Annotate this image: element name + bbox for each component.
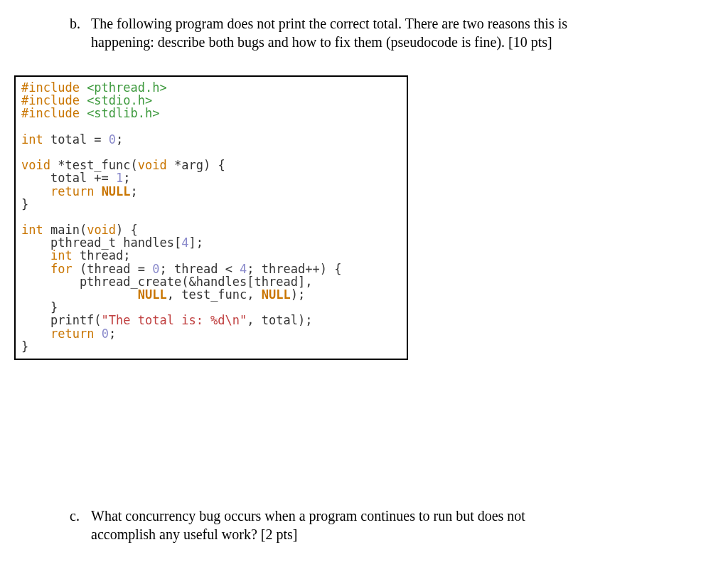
code-l5-c: 0: [109, 132, 116, 147]
code-l17-a: [21, 287, 138, 302]
code-l14-a: [21, 248, 50, 263]
code-l9-c: [94, 184, 101, 198]
question-b-line1: The following program does not print the…: [91, 14, 678, 33]
spacer: [70, 525, 91, 544]
code-l8-a: total +=: [21, 171, 116, 185]
code-l12-a: int: [21, 223, 43, 237]
code-l15-e: ; thread <: [160, 262, 240, 276]
code-l8-b: 1: [116, 171, 123, 185]
code-l9-a: [21, 184, 50, 198]
question-c-marker: c.: [70, 507, 91, 525]
code-l19-a: printf(: [21, 313, 102, 327]
code-l17-e: );: [291, 287, 305, 302]
question-c-row2: accomplish any useful work? [2 pts]: [70, 525, 678, 544]
code-l9-e: ;: [131, 184, 138, 198]
code-l1-a: #include: [21, 80, 87, 95]
code-l7-b: *test_func(: [50, 158, 138, 172]
code-l19-c: , total);: [247, 313, 312, 327]
question-b-marker: b.: [70, 14, 91, 33]
question-b-row1: b. The following program does not print …: [70, 14, 678, 33]
code-l2-a: #include: [21, 93, 87, 107]
code-l20-b: return: [50, 327, 94, 341]
code-l13-c: ];: [188, 235, 203, 250]
code-l12-b: main(: [43, 223, 87, 237]
code-l21: }: [21, 339, 28, 354]
code-l17-c: , test_func,: [167, 287, 262, 302]
code-l15-c: (thread =: [73, 262, 153, 276]
code-l3-a: #include: [21, 106, 87, 120]
code-l15-f: 4: [240, 262, 247, 276]
code-l13-b: 4: [181, 235, 188, 250]
question-c: c. What concurrency bug occurs when a pr…: [70, 507, 678, 544]
code-l5-d: ;: [116, 132, 123, 147]
code-l7-d: *arg) {: [167, 158, 225, 172]
spacer: [70, 33, 91, 51]
code-l12-c: void: [87, 223, 116, 237]
code-l20-e: ;: [109, 327, 116, 341]
code-l18: }: [21, 300, 58, 314]
code-l14-b: int: [50, 248, 73, 263]
code-l17-b: NULL: [138, 287, 167, 302]
code-l9-d: NULL: [102, 184, 131, 198]
code-l10: }: [21, 197, 28, 211]
exam-page: b. The following program does not print …: [0, 0, 728, 562]
code-l9-b: return: [50, 184, 94, 198]
code-l15-d: 0: [152, 262, 159, 276]
code-l5-a: int: [21, 132, 43, 147]
code-l12-d: ) {: [116, 223, 138, 237]
question-c-line1: What concurrency bug occurs when a progr…: [91, 507, 678, 525]
code-l2-b: <stdio.h>: [87, 93, 152, 107]
code-l15-a: [21, 262, 50, 276]
code-l8-c: ;: [123, 171, 130, 185]
code-l20-d: 0: [102, 327, 109, 341]
code-l17-d: NULL: [262, 287, 291, 302]
code-l16: pthread_create(&handles[thread],: [21, 275, 312, 289]
code-l14-c: thread;: [73, 248, 131, 263]
question-b-line2: happening: describe both bugs and how to…: [91, 33, 678, 51]
code-l20-a: [21, 327, 50, 341]
code-l1-b: <pthread.h>: [87, 80, 167, 95]
code-l20-c: [94, 327, 101, 341]
code-l13-a: pthread_t handles[: [21, 235, 181, 250]
code-l3-b: <stdlib.h>: [87, 106, 159, 120]
question-b: b. The following program does not print …: [70, 14, 678, 51]
question-c-line2: accomplish any useful work? [2 pts]: [91, 525, 678, 544]
code-l15-g: ; thread++) {: [247, 262, 341, 276]
code-l19-b: "The total is: %d\n": [102, 313, 247, 327]
code-l7-a: void: [21, 158, 50, 172]
question-c-row1: c. What concurrency bug occurs when a pr…: [70, 507, 678, 525]
code-listing: #include <pthread.h> #include <stdio.h> …: [14, 75, 408, 360]
code-l7-c: void: [138, 158, 167, 172]
code-l5-b: total =: [43, 132, 109, 147]
code-l15-b: for: [50, 262, 73, 276]
question-b-row2: happening: describe both bugs and how to…: [70, 33, 678, 51]
